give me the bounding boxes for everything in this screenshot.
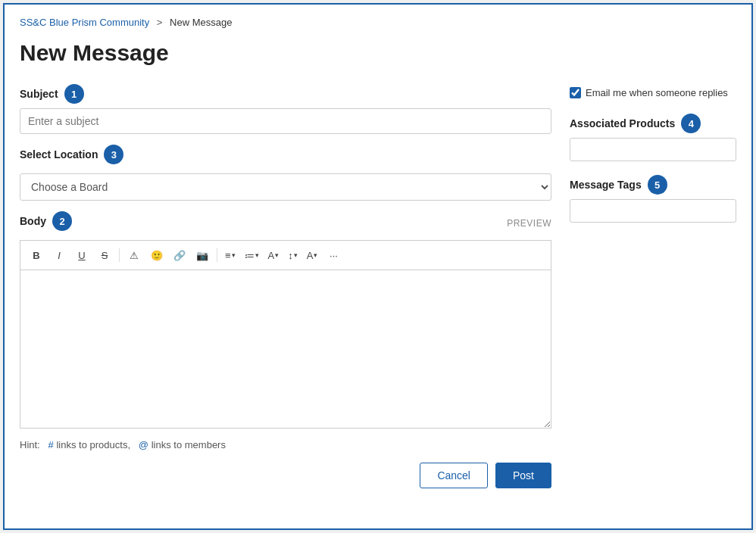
hint-products: links to products,	[56, 439, 136, 450]
at-link[interactable]: @	[139, 439, 148, 450]
cancel-button[interactable]: Cancel	[420, 463, 488, 488]
subject-text: Subject	[20, 88, 58, 100]
font-color-button[interactable]: A ▾	[304, 245, 321, 265]
preview-link[interactable]: PREVIEW	[507, 218, 551, 229]
body-text: Body	[20, 215, 46, 227]
page-container: SS&C Blue Prism Community > New Message …	[3, 3, 753, 530]
editor-toolbar: B I U S ⚠ 🙂 🔗 📷 ≡ ▾ ≔ ▾	[20, 240, 551, 270]
board-select[interactable]: Choose a Board	[20, 173, 551, 201]
list-group: ≔ ▾	[242, 245, 262, 265]
breadcrumb-current: New Message	[170, 17, 232, 28]
text-size-group: A ▾	[265, 245, 283, 265]
message-tags-text: Message Tags	[570, 179, 642, 191]
line-height-group: ↕ ▾	[285, 245, 301, 265]
breadcrumb-separator: >	[157, 17, 163, 28]
link-button[interactable]: 🔗	[170, 245, 189, 265]
line-height-button[interactable]: ↕ ▾	[285, 245, 301, 265]
email-checkbox-label[interactable]: Email me when someone replies	[586, 87, 728, 98]
email-checkbox-row: Email me when someone replies	[570, 87, 736, 98]
message-tags-label: Message Tags 5	[570, 175, 736, 195]
strikethrough-button[interactable]: S	[95, 245, 114, 265]
body-section: Body 2 PREVIEW B I U S ⚠ 🙂 🔗 📷	[20, 211, 551, 432]
location-text: Select Location	[20, 148, 98, 161]
body-badge: 2	[52, 211, 72, 231]
more-button[interactable]: ···	[323, 245, 343, 265]
body-textarea[interactable]	[20, 270, 551, 429]
location-section: Select Location 3 Choose a Board	[20, 145, 551, 201]
email-reply-checkbox[interactable]	[570, 87, 581, 98]
body-header: Body 2 PREVIEW	[20, 211, 551, 235]
underline-button[interactable]: U	[72, 245, 92, 265]
location-badge: 3	[104, 145, 123, 164]
hint-label: Hint:	[20, 439, 45, 450]
hint-text: Hint: # links to products, @ links to me…	[20, 439, 551, 450]
toolbar-sep-2	[217, 248, 217, 262]
text-size-button[interactable]: A ▾	[265, 245, 283, 265]
associated-products-label: Associated Products 4	[570, 114, 736, 133]
breadcrumb: SS&C Blue Prism Community > New Message	[20, 17, 736, 28]
warning-button[interactable]: ⚠	[124, 245, 144, 265]
font-color-group: A ▾	[304, 245, 321, 265]
bold-button[interactable]: B	[27, 245, 46, 265]
buttons-row: Cancel Post	[20, 463, 551, 488]
left-panel: Subject 1 Select Location 3 Choose a Boa…	[20, 84, 551, 488]
italic-button[interactable]: I	[49, 245, 69, 265]
emoji-button[interactable]: 🙂	[147, 245, 167, 265]
main-layout: Subject 1 Select Location 3 Choose a Boa…	[20, 84, 736, 488]
image-button[interactable]: 📷	[192, 245, 212, 265]
hint-members: links to members	[152, 439, 226, 450]
associated-products-text: Associated Products	[570, 117, 675, 129]
breadcrumb-parent[interactable]: SS&C Blue Prism Community	[20, 17, 149, 28]
message-tags-input[interactable]	[570, 199, 736, 223]
post-button[interactable]: Post	[495, 463, 551, 488]
toolbar-sep-1	[119, 248, 120, 262]
list-button[interactable]: ≔ ▾	[242, 245, 262, 265]
subject-badge: 1	[64, 84, 84, 104]
subject-input[interactable]	[20, 108, 551, 134]
message-tags-badge: 5	[648, 175, 667, 195]
associated-products-input[interactable]	[570, 138, 736, 161]
hash-link[interactable]: #	[48, 439, 54, 450]
associated-products-badge: 4	[681, 114, 701, 133]
page-title: New Message	[20, 40, 736, 66]
subject-label: Subject 1	[20, 84, 551, 104]
heading-group: ≡ ▾	[222, 245, 239, 265]
right-panel: Email me when someone replies Associated…	[570, 84, 736, 488]
heading-button[interactable]: ≡ ▾	[222, 245, 239, 265]
body-label: Body 2	[20, 211, 72, 231]
location-label: Select Location 3	[20, 145, 551, 164]
